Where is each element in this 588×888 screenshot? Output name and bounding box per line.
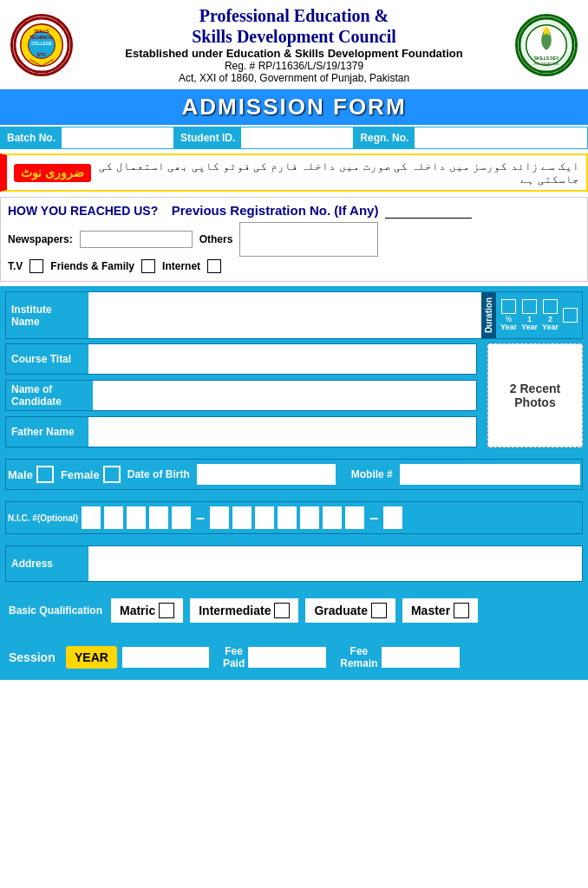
newspapers-input[interactable] — [80, 231, 193, 248]
svg-text:TECHNICAL: TECHNICAL — [29, 36, 54, 40]
prev-reg-label: Previous Registration No. (If Any) — [172, 203, 379, 218]
nic-box-4[interactable] — [149, 506, 168, 529]
org-title-line2: Skills Development Council — [76, 26, 512, 47]
batch-label: Batch No. — [1, 127, 62, 148]
graduate-checkbox[interactable] — [371, 603, 387, 618]
graduate-label: Graduate — [314, 604, 367, 617]
gender-dob-row: Male Female Date of Birth Mobile # — [5, 459, 583, 490]
duration-vert-label: Duration — [481, 292, 496, 338]
org-act: Act, XXI of 1860, Government of Punjab, … — [76, 72, 512, 84]
female-label: Female — [61, 468, 100, 481]
header-center: Professional Education & Skills Developm… — [76, 5, 512, 84]
others-input[interactable] — [239, 222, 378, 257]
dur-two-year-check[interactable] — [543, 299, 558, 314]
female-checkbox[interactable] — [103, 466, 121, 483]
internet-label: Internet — [162, 260, 200, 272]
mobile-input[interactable] — [400, 464, 580, 485]
father-label: Father Name — [11, 426, 75, 438]
dur-one-year: 1Year — [521, 299, 538, 331]
candidate-row: Name of Candidate — [5, 380, 477, 411]
course-input[interactable] — [88, 344, 476, 374]
nic-box-11[interactable] — [323, 506, 342, 529]
fee-remain-input[interactable] — [382, 647, 460, 668]
others-label: Others — [199, 233, 233, 245]
batch-input[interactable] — [62, 127, 174, 148]
newspapers-label: Newspapers: — [8, 233, 73, 245]
nic-box-13[interactable] — [383, 506, 402, 529]
nic-label: N.I.C. #(Optional) — [8, 513, 78, 523]
intermediate-checkbox[interactable] — [274, 603, 290, 618]
photo-text: 2 Recent Photos — [488, 382, 582, 409]
regn-input[interactable] — [415, 127, 587, 148]
student-label: Student ID. — [174, 127, 241, 148]
fee-paid-input[interactable] — [248, 647, 326, 668]
nic-box-1[interactable] — [82, 506, 101, 529]
dur-extra-check[interactable] — [563, 308, 578, 323]
form-container: InstituteName Duration ½Year 1Year 2Year — [0, 286, 588, 680]
institute-label: InstituteName — [11, 304, 52, 328]
dob-input[interactable] — [197, 464, 336, 485]
regn-label: Regn. No. — [354, 127, 415, 148]
friends-checkbox[interactable] — [141, 259, 155, 273]
fee-paid-label: Fee Paid — [223, 645, 245, 669]
qualification-label: Basic Qualification — [9, 604, 104, 617]
session-label: Session — [9, 650, 61, 664]
tv-label: T.V — [8, 260, 23, 272]
internet-checkbox[interactable] — [207, 259, 221, 273]
dur-one-year-check[interactable] — [522, 299, 537, 314]
nic-box-8[interactable] — [255, 506, 274, 529]
org-subtitle: Established under Education & Skills Dev… — [76, 47, 512, 60]
right-logo-circle: SKILLS DEV FOUNDATION — [515, 14, 578, 76]
nic-box-3[interactable] — [127, 506, 146, 529]
tv-checkbox[interactable] — [29, 259, 43, 273]
admission-title: ADMISSION FORM — [181, 94, 406, 120]
master-label: Master — [411, 604, 450, 617]
nic-box-6[interactable] — [210, 506, 229, 529]
master-checkbox[interactable] — [454, 603, 469, 618]
session-row: Session YEAR Fee Paid Fee Remain — [5, 640, 583, 675]
dur-half-year-check[interactable] — [501, 299, 516, 314]
nic-box-9[interactable] — [278, 506, 297, 529]
institute-input[interactable] — [88, 292, 481, 338]
nic-row: N.I.C. #(Optional) – – — [5, 501, 583, 534]
nic-box-5[interactable] — [172, 506, 191, 529]
course-photo-row: Course Tital Name of Candidate Father Na… — [5, 343, 583, 447]
mobile-label: Mobile # — [351, 468, 393, 480]
master-item: Master — [402, 598, 478, 623]
nic-box-12[interactable] — [345, 506, 364, 529]
fee-remain-label: Fee Remain — [340, 645, 377, 669]
graduate-item: Graduate — [305, 598, 395, 623]
svg-text:COLLEGE: COLLEGE — [31, 42, 52, 46]
dur-half-year: ½Year — [500, 299, 517, 331]
matric-item: Matric — [111, 598, 183, 623]
student-input[interactable] — [241, 127, 354, 148]
svg-text:SKILLS: SKILLS — [34, 29, 49, 34]
nic-box-2[interactable] — [104, 506, 123, 529]
notice-urgent-label: ضروری نوٹ — [14, 164, 91, 182]
page: SKILLS TECHNICAL COLLEGE STC Professiona… — [0, 0, 588, 680]
nic-box-7[interactable] — [232, 506, 252, 529]
dob-label: Date of Birth — [127, 468, 190, 480]
course-label-col: Course Tital — [6, 344, 88, 374]
photo-box: 2 Recent Photos — [487, 343, 583, 447]
male-label: Male — [8, 468, 33, 481]
svg-text:SKILLS DEV: SKILLS DEV — [534, 56, 559, 61]
left-logo: SKILLS TECHNICAL COLLEGE STC — [7, 12, 76, 77]
qualification-row: Basic Qualification Matric Intermediate … — [5, 593, 583, 628]
dur-one-year-label: 1Year — [521, 316, 538, 331]
father-label-col: Father Name — [6, 417, 88, 447]
fee-paid-section: Fee Paid — [223, 645, 326, 669]
course-row: Course Tital — [5, 343, 477, 375]
male-checkbox[interactable] — [36, 466, 54, 483]
admission-banner: ADMISSION FORM — [0, 89, 588, 125]
matric-checkbox[interactable] — [159, 603, 174, 618]
address-input[interactable] — [88, 546, 582, 581]
org-reg: Reg. # RP/11636/L/S/19/1379 — [76, 60, 512, 72]
candidate-input[interactable] — [93, 381, 476, 410]
reach-row-2: T.V Friends & Family Internet — [8, 259, 580, 273]
nic-box-10[interactable] — [300, 506, 319, 529]
right-logo: SKILLS DEV FOUNDATION — [512, 12, 581, 77]
session-year-input[interactable] — [122, 647, 209, 668]
father-input[interactable] — [88, 417, 476, 447]
duration-checks: ½Year 1Year 2Year — [496, 292, 582, 338]
